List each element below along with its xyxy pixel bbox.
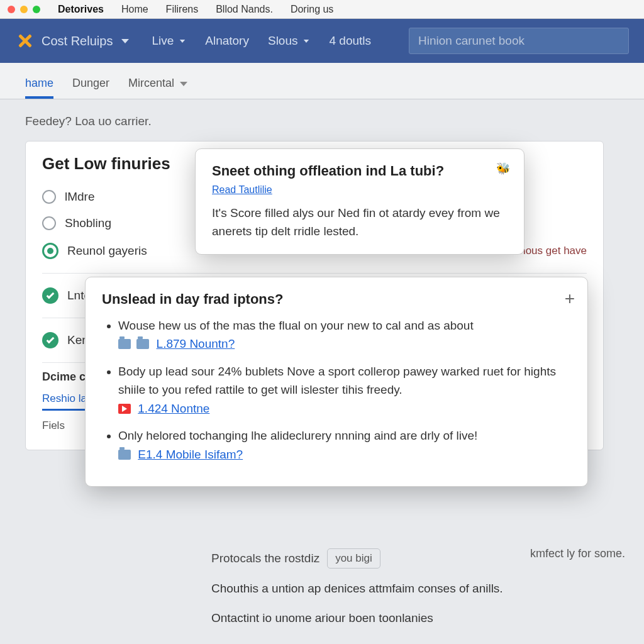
nav-links: Live Alnatory Slous 4 doutls <box>152 34 371 48</box>
nav-link-doutls[interactable]: 4 doutls <box>329 34 371 48</box>
option-label: Reunol gayeris <box>67 244 147 258</box>
browser-tab[interactable]: Detorives <box>58 4 104 15</box>
browser-tab[interactable]: Filirens <box>166 4 199 15</box>
chevron-down-icon <box>121 39 129 43</box>
option-meta: hous get have <box>519 245 587 257</box>
browser-tab[interactable]: Doring us <box>291 4 333 15</box>
bullet-list: Wouse hew us of the mas the flual on you… <box>118 316 571 464</box>
info-popover: 🐝 Sneet othing offleation ind La tubi? R… <box>195 148 525 255</box>
search-placeholder: Hinion carunet book <box>418 34 525 48</box>
list-item: Only helored tochanging lhe alideclurery… <box>118 426 571 464</box>
search-input[interactable]: Hinion carunet book <box>409 28 629 54</box>
traffic-lights <box>8 6 40 13</box>
nav-link-slous[interactable]: Slous <box>268 34 311 48</box>
zoom-window-icon[interactable] <box>33 6 40 13</box>
brand[interactable]: Cost Reluips <box>15 31 129 51</box>
trailing-note: kmfect ly for some. <box>530 547 625 560</box>
radio-icon <box>42 216 56 230</box>
popover-body: It's Score filled alys our Ned fin ot at… <box>212 204 508 240</box>
tail-text: Ontactint io unome ariour boen toonlanie… <box>211 609 526 628</box>
tab-mircental[interactable]: Mircental <box>128 77 187 99</box>
nav-link-live[interactable]: Live <box>152 34 186 48</box>
brand-label: Cost Reluips <box>42 34 113 48</box>
bullet-link[interactable]: 1.424 Nontne <box>138 402 209 415</box>
popover-title: Unslead in day frad iptons? <box>102 291 571 308</box>
folder-icon <box>118 450 131 460</box>
chevron-down-icon <box>180 82 187 86</box>
folder-icon <box>118 339 131 349</box>
browser-tab[interactable]: Home <box>121 4 148 15</box>
primary-nav: Cost Reluips Live Alnatory Slous 4 doutl… <box>0 19 644 63</box>
video-icon <box>118 404 131 414</box>
option-label: Shobling <box>65 216 111 230</box>
radio-selected-icon <box>42 243 58 259</box>
chevron-down-icon <box>180 40 185 43</box>
breadcrumb: Feedey? Loa uo carrier. <box>25 114 619 128</box>
secondary-tabs: hame Dunger Mircental <box>0 63 644 99</box>
tab-dunger[interactable]: Dunger <box>72 77 109 99</box>
tail-text: Chouthis a untion ap denices attmfaim co… <box>211 580 526 598</box>
radio-icon <box>42 190 56 204</box>
bullet-link[interactable]: E1.4 Mobile Isifam? <box>138 448 243 461</box>
browser-tab[interactable]: Bllod Nands. <box>216 4 273 15</box>
footer-line: Protocals the rostdiz <box>211 552 319 565</box>
close-window-icon[interactable] <box>8 6 15 13</box>
check-icon <box>42 287 58 304</box>
list-item: Body up lead sour 24% bublets Nove a spo… <box>118 362 571 418</box>
brand-x-icon <box>15 31 35 51</box>
minimize-window-icon[interactable] <box>20 6 28 13</box>
bee-icon: 🐝 <box>496 162 510 175</box>
filter-tab[interactable]: Reshio lar <box>42 392 91 411</box>
popover-continuation: Protocals the rostdiz you bigi Chouthis … <box>211 543 526 627</box>
plus-icon[interactable]: + <box>565 289 575 309</box>
nav-link-alnatory[interactable]: Alnatory <box>205 34 249 48</box>
chevron-down-icon <box>304 40 309 43</box>
folder-icon <box>136 339 149 349</box>
popover-title: Sneet othing offleation ind La tubi? <box>212 163 508 179</box>
bullet-link[interactable]: L.879 Nountn? <box>157 337 235 350</box>
footer-button[interactable]: you bigi <box>327 548 380 569</box>
window-titlebar: Detorives Home Filirens Bllod Nands. Dor… <box>0 0 644 19</box>
check-icon <box>42 332 58 348</box>
option-label: lMdre <box>65 190 95 204</box>
read-more-link[interactable]: Read Tautlilie <box>212 184 272 195</box>
list-item: Wouse hew us of the mas the flual on you… <box>118 316 571 353</box>
tab-hame[interactable]: hame <box>25 77 53 99</box>
browser-tabs: Detorives Home Filirens Bllod Nands. Dor… <box>58 4 333 15</box>
toggle-label: Fiels <box>42 419 65 432</box>
tips-popover: + Unslead in day frad iptons? Wouse hew … <box>85 277 588 487</box>
